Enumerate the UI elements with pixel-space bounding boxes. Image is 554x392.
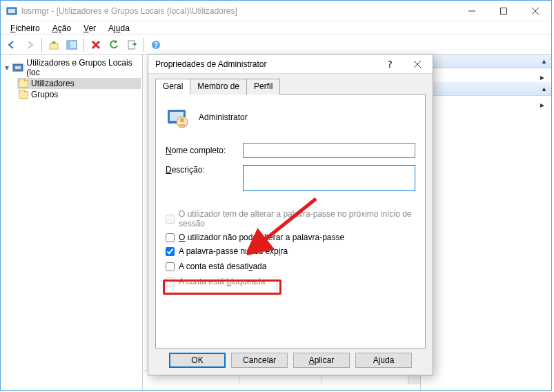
tab-membro-de[interactable]: Membro de (190, 79, 247, 95)
chevron-right-icon: ▸ (540, 72, 544, 82)
tree-item-users[interactable]: Utilizadores (17, 78, 141, 89)
tree-root-label: Utilizadores e Grupos Locais (loc (26, 58, 139, 77)
username-label: Administrator (199, 112, 248, 122)
dialog-titlebar: Propriedades de Administrator ? (148, 55, 433, 74)
svg-rect-1 (8, 9, 15, 13)
refresh-button[interactable] (106, 37, 122, 53)
svg-text:?: ? (154, 41, 158, 49)
tree-item-groups[interactable]: Grupos (17, 89, 141, 100)
tab-geral[interactable]: Geral (155, 79, 190, 95)
app-icon (6, 6, 17, 17)
svg-point-16 (18, 66, 21, 69)
menu-acao[interactable]: Ação (47, 22, 77, 35)
dialog-close-button[interactable] (404, 55, 431, 74)
menu-ficheiro[interactable]: Ficheiro (5, 22, 46, 35)
up-button[interactable] (46, 37, 62, 53)
dialog-buttons: OK Cancelar Aplicar Ajuda (148, 353, 433, 368)
user-icon (166, 106, 189, 129)
delete-button[interactable] (88, 37, 104, 53)
tree-root[interactable]: ▾ Utilizadores e Grupos Locais (loc (2, 57, 141, 78)
check-never-expires[interactable]: A palavra-passe nunca expira (166, 246, 415, 256)
svg-point-15 (15, 66, 18, 69)
chevron-right-icon: ▸ (540, 100, 544, 110)
tree-pane[interactable]: ▾ Utilizadores e Grupos Locais (loc Util… (1, 55, 143, 390)
titlebar: lusrmgr - [Utilizadores e Grupos Locais … (1, 1, 551, 21)
close-button[interactable] (520, 1, 551, 21)
menu-ver[interactable]: Ver (78, 22, 101, 35)
check-account-disabled[interactable]: A conta está desativada (166, 260, 415, 273)
tab-perfil[interactable]: Perfil (246, 79, 280, 95)
maximize-button[interactable] (488, 1, 520, 21)
check-cant-change[interactable]: O utilizador não pode alterar a palavra-… (166, 233, 415, 242)
svg-rect-11 (128, 41, 135, 49)
folder-icon (19, 91, 28, 99)
menu-ajuda[interactable]: Ajuda (103, 22, 135, 35)
svg-rect-3 (501, 8, 507, 14)
svg-point-22 (180, 118, 184, 122)
input-nome-completo[interactable] (243, 143, 415, 158)
forward-button[interactable] (21, 37, 38, 53)
minimize-button[interactable] (456, 1, 488, 21)
dialog-title: Propriedades de Administrator (155, 59, 376, 69)
svg-rect-6 (50, 43, 58, 49)
svg-rect-8 (67, 41, 70, 49)
action-header-2[interactable]: ▴ (421, 82, 551, 96)
help-button[interactable]: ? (148, 37, 164, 53)
tab-page-geral: Administrator Nome completo: Descrição: … (155, 95, 426, 349)
check-must-change: O utilizador tem de alterar a palavra-pa… (166, 209, 415, 228)
toolbar: ? (1, 35, 551, 55)
properties-dialog: Propriedades de Administrator ? Geral Me… (148, 54, 433, 375)
check-account-locked: A conta está bloqueada (166, 277, 415, 286)
show-hide-tree-button[interactable] (63, 37, 80, 53)
window-title: lusrmgr - [Utilizadores e Grupos Locais … (21, 6, 456, 16)
input-descricao[interactable] (243, 165, 415, 191)
folder-icon (19, 80, 28, 88)
label-nome-completo: Nome completo: (166, 146, 236, 155)
menubar: Ficheiro Ação Ver Ajuda (1, 21, 551, 35)
dialog-help-button[interactable]: ? (376, 55, 404, 74)
tree-groups-label: Grupos (31, 90, 58, 99)
dialog-tabs: Geral Membro de Perfil (155, 78, 426, 95)
apply-button[interactable]: Aplicar (293, 353, 350, 368)
export-button[interactable] (123, 37, 140, 53)
collapse-icon: ▴ (542, 85, 546, 92)
label-descricao: Descrição: (166, 165, 236, 175)
back-button[interactable] (3, 37, 20, 53)
cancel-button[interactable]: Cancelar (231, 353, 288, 368)
help-dialog-button[interactable]: Ajuda (355, 353, 412, 368)
action-pane: ▴ ▸ ▴ ▸ (420, 55, 551, 390)
ok-button[interactable]: OK (169, 353, 226, 368)
mgr-icon (12, 62, 23, 73)
action-header-1[interactable]: ▴ (421, 55, 551, 68)
collapse-icon: ▴ (542, 57, 546, 65)
tree-users-label: Utilizadores (31, 79, 75, 88)
